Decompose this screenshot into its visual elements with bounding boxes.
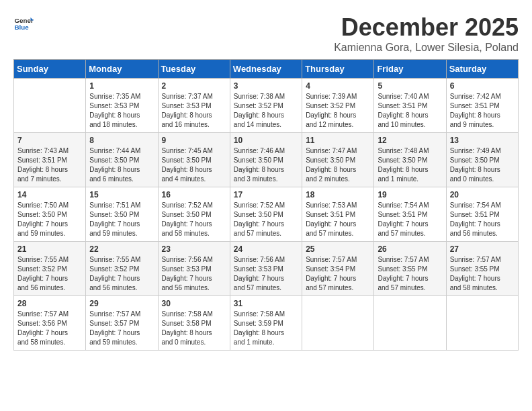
day-number: 3 — [234, 81, 298, 91]
day-info: Sunrise: 7:42 AM Sunset: 3:51 PM Dayligh… — [450, 92, 515, 130]
day-info: Sunrise: 7:53 AM Sunset: 3:51 PM Dayligh… — [306, 201, 370, 238]
calendar-cell: 16Sunrise: 7:52 AM Sunset: 3:50 PM Dayli… — [158, 187, 230, 242]
day-info: Sunrise: 7:44 AM Sunset: 3:50 PM Dayligh… — [89, 146, 154, 184]
day-info: Sunrise: 7:43 AM Sunset: 3:51 PM Dayligh… — [17, 146, 82, 184]
day-info: Sunrise: 7:51 AM Sunset: 3:50 PM Dayligh… — [89, 201, 154, 238]
calendar-cell: 25Sunrise: 7:57 AM Sunset: 3:54 PM Dayli… — [302, 242, 374, 296]
calendar-cell: 1Sunrise: 7:35 AM Sunset: 3:53 PM Daylig… — [86, 79, 158, 133]
day-info: Sunrise: 7:55 AM Sunset: 3:52 PM Dayligh… — [17, 255, 82, 293]
logo: General Blue — [13, 13, 36, 34]
calendar-week-4: 21Sunrise: 7:55 AM Sunset: 3:52 PM Dayli… — [14, 242, 519, 296]
weekday-header-monday: Monday — [86, 60, 158, 79]
day-info: Sunrise: 7:48 AM Sunset: 3:50 PM Dayligh… — [378, 146, 442, 184]
day-number: 2 — [162, 81, 226, 91]
day-number: 31 — [234, 299, 298, 308]
calendar-week-2: 7Sunrise: 7:43 AM Sunset: 3:51 PM Daylig… — [14, 133, 519, 187]
day-info: Sunrise: 7:52 AM Sunset: 3:50 PM Dayligh… — [162, 201, 226, 238]
day-info: Sunrise: 7:56 AM Sunset: 3:53 PM Dayligh… — [162, 255, 226, 293]
day-number: 16 — [162, 190, 226, 199]
calendar-cell: 10Sunrise: 7:46 AM Sunset: 3:50 PM Dayli… — [230, 133, 302, 187]
calendar-cell: 8Sunrise: 7:44 AM Sunset: 3:50 PM Daylig… — [86, 133, 158, 187]
day-info: Sunrise: 7:40 AM Sunset: 3:51 PM Dayligh… — [378, 92, 442, 130]
day-info: Sunrise: 7:54 AM Sunset: 3:51 PM Dayligh… — [378, 201, 442, 238]
calendar-cell: 17Sunrise: 7:52 AM Sunset: 3:50 PM Dayli… — [230, 187, 302, 242]
day-number: 25 — [306, 244, 370, 254]
day-info: Sunrise: 7:57 AM Sunset: 3:56 PM Dayligh… — [17, 310, 82, 347]
day-info: Sunrise: 7:57 AM Sunset: 3:57 PM Dayligh… — [89, 310, 154, 347]
weekday-header-saturday: Saturday — [446, 60, 518, 79]
calendar-cell: 27Sunrise: 7:57 AM Sunset: 3:55 PM Dayli… — [446, 242, 518, 296]
day-number: 28 — [17, 299, 82, 308]
day-info: Sunrise: 7:57 AM Sunset: 3:55 PM Dayligh… — [450, 255, 515, 293]
day-number: 4 — [306, 81, 370, 91]
calendar-cell: 14Sunrise: 7:50 AM Sunset: 3:50 PM Dayli… — [14, 187, 86, 242]
calendar-week-1: 1Sunrise: 7:35 AM Sunset: 3:53 PM Daylig… — [14, 79, 519, 133]
calendar-cell: 21Sunrise: 7:55 AM Sunset: 3:52 PM Dayli… — [14, 242, 86, 296]
calendar-cell: 22Sunrise: 7:55 AM Sunset: 3:52 PM Dayli… — [86, 242, 158, 296]
day-number: 11 — [306, 136, 370, 145]
calendar-cell: 13Sunrise: 7:49 AM Sunset: 3:50 PM Dayli… — [446, 133, 518, 187]
day-number: 19 — [378, 190, 442, 199]
day-number: 14 — [17, 190, 82, 199]
logo-icon: General Blue — [13, 13, 34, 34]
day-info: Sunrise: 7:58 AM Sunset: 3:58 PM Dayligh… — [162, 310, 226, 347]
calendar-cell: 20Sunrise: 7:54 AM Sunset: 3:51 PM Dayli… — [446, 187, 518, 242]
day-number: 8 — [89, 136, 154, 145]
day-info: Sunrise: 7:35 AM Sunset: 3:53 PM Dayligh… — [89, 92, 154, 130]
calendar-cell: 31Sunrise: 7:58 AM Sunset: 3:59 PM Dayli… — [230, 296, 302, 351]
day-info: Sunrise: 7:47 AM Sunset: 3:50 PM Dayligh… — [306, 146, 370, 184]
calendar-cell: 12Sunrise: 7:48 AM Sunset: 3:50 PM Dayli… — [374, 133, 446, 187]
calendar-cell: 7Sunrise: 7:43 AM Sunset: 3:51 PM Daylig… — [14, 133, 86, 187]
day-number: 13 — [450, 136, 515, 145]
calendar-cell — [302, 296, 374, 351]
calendar-week-3: 14Sunrise: 7:50 AM Sunset: 3:50 PM Dayli… — [14, 187, 519, 242]
calendar-cell: 6Sunrise: 7:42 AM Sunset: 3:51 PM Daylig… — [446, 79, 518, 133]
day-info: Sunrise: 7:38 AM Sunset: 3:52 PM Dayligh… — [234, 92, 298, 130]
calendar-cell: 11Sunrise: 7:47 AM Sunset: 3:50 PM Dayli… — [302, 133, 374, 187]
day-info: Sunrise: 7:54 AM Sunset: 3:51 PM Dayligh… — [450, 201, 515, 238]
day-info: Sunrise: 7:55 AM Sunset: 3:52 PM Dayligh… — [89, 255, 154, 293]
calendar-cell: 18Sunrise: 7:53 AM Sunset: 3:51 PM Dayli… — [302, 187, 374, 242]
day-info: Sunrise: 7:46 AM Sunset: 3:50 PM Dayligh… — [234, 146, 298, 184]
calendar-cell: 3Sunrise: 7:38 AM Sunset: 3:52 PM Daylig… — [230, 79, 302, 133]
day-number: 27 — [450, 244, 515, 254]
calendar-cell: 24Sunrise: 7:56 AM Sunset: 3:53 PM Dayli… — [230, 242, 302, 296]
day-number: 9 — [162, 136, 226, 145]
calendar-cell — [374, 296, 446, 351]
calendar-cell — [446, 296, 518, 351]
weekday-header-wednesday: Wednesday — [230, 60, 302, 79]
month-title: December 2025 — [334, 13, 519, 42]
weekday-header-tuesday: Tuesday — [158, 60, 230, 79]
calendar-cell: 4Sunrise: 7:39 AM Sunset: 3:52 PM Daylig… — [302, 79, 374, 133]
calendar-cell — [14, 79, 86, 133]
day-number: 29 — [89, 299, 154, 308]
day-info: Sunrise: 7:50 AM Sunset: 3:50 PM Dayligh… — [17, 201, 82, 238]
day-number: 5 — [378, 81, 442, 91]
weekday-header-friday: Friday — [374, 60, 446, 79]
day-number: 1 — [89, 81, 154, 91]
weekday-header-sunday: Sunday — [14, 60, 86, 79]
weekday-header-thursday: Thursday — [302, 60, 374, 79]
location-title: Kamienna Gora, Lower Silesia, Poland — [334, 42, 519, 54]
day-number: 7 — [17, 136, 82, 145]
day-info: Sunrise: 7:49 AM Sunset: 3:50 PM Dayligh… — [450, 146, 515, 184]
calendar-cell: 30Sunrise: 7:58 AM Sunset: 3:58 PM Dayli… — [158, 296, 230, 351]
day-number: 10 — [234, 136, 298, 145]
calendar-table: SundayMondayTuesdayWednesdayThursdayFrid… — [13, 59, 519, 351]
day-number: 18 — [306, 190, 370, 199]
calendar-cell: 19Sunrise: 7:54 AM Sunset: 3:51 PM Dayli… — [374, 187, 446, 242]
calendar-cell: 23Sunrise: 7:56 AM Sunset: 3:53 PM Dayli… — [158, 242, 230, 296]
day-info: Sunrise: 7:58 AM Sunset: 3:59 PM Dayligh… — [234, 310, 298, 347]
day-number: 23 — [162, 244, 226, 254]
day-number: 17 — [234, 190, 298, 199]
day-info: Sunrise: 7:57 AM Sunset: 3:54 PM Dayligh… — [306, 255, 370, 293]
title-block: December 2025 Kamienna Gora, Lower Siles… — [334, 13, 519, 54]
weekday-header-row: SundayMondayTuesdayWednesdayThursdayFrid… — [14, 60, 519, 79]
day-number: 24 — [234, 244, 298, 254]
day-info: Sunrise: 7:39 AM Sunset: 3:52 PM Dayligh… — [306, 92, 370, 130]
calendar-cell: 28Sunrise: 7:57 AM Sunset: 3:56 PM Dayli… — [14, 296, 86, 351]
day-number: 21 — [17, 244, 82, 254]
day-number: 6 — [450, 81, 515, 91]
day-info: Sunrise: 7:52 AM Sunset: 3:50 PM Dayligh… — [234, 201, 298, 238]
day-number: 22 — [89, 244, 154, 254]
